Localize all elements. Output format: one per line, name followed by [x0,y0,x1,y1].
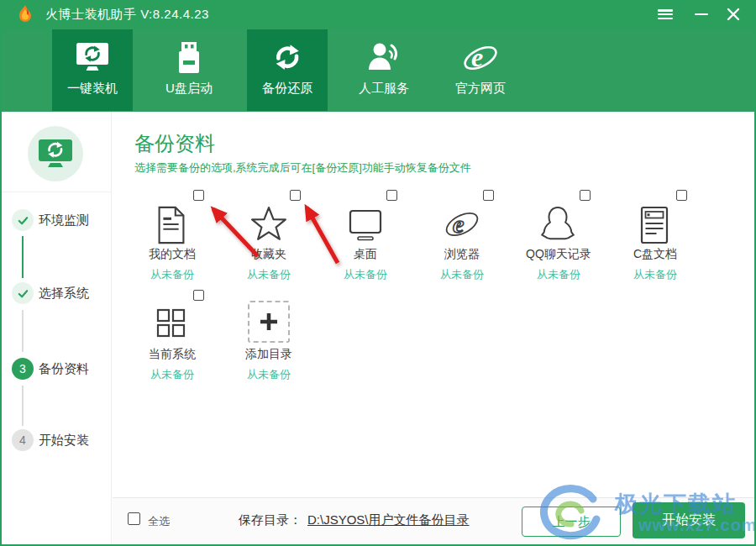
select-all-checkbox[interactable] [128,512,140,525]
item-label: 当前系统 [126,347,218,362]
item-label: 我的文档 [126,247,218,262]
item-checkbox[interactable] [580,190,591,201]
page-title: 备份资料 [134,130,215,157]
item-checkbox[interactable] [290,190,301,201]
step-connector [22,236,24,278]
previous-step-button[interactable]: 上一步 [522,507,621,537]
tab-label: 官方网页 [440,81,521,97]
footer-bar: 全选 保存目录： D:\JSYOS\用户文件备份目录 上一步 开始安装 [113,497,756,544]
step-connector [22,310,24,352]
qq-penguin-icon [539,205,578,244]
step-label: 选择系统 [39,286,89,302]
backup-item-desktop[interactable]: 桌面 从未备份 [326,186,410,281]
svg-text:e: e [453,210,464,238]
monitor-sync-icon [73,39,112,77]
sidebar: 环境监测 选择系统 3 备份资料 4 开始安装 [0,112,112,546]
step-backup-data: 3 备份资料 [0,358,112,380]
step-env-check: 环境监测 [0,209,112,231]
flame-logo-icon [15,4,35,24]
tab-label: 人工服务 [344,81,424,97]
step-label: 备份资料 [39,361,89,377]
item-label: 桌面 [319,247,412,262]
item-label: C盘文档 [609,247,701,262]
tab-support[interactable]: 人工服务 [344,29,424,111]
menu-icon[interactable] [654,6,676,23]
save-dir-path-link[interactable]: D:\JSYOS\用户文件备份目录 [307,512,470,528]
ie-outline-icon: e [443,205,481,244]
step-select-system: 选择系统 [0,282,112,304]
window-title: 火博士装机助手 V:8.24.4.23 [45,7,209,23]
item-status: 从未备份 [609,267,701,282]
close-icon[interactable] [722,6,744,23]
item-status: 从未备份 [223,367,315,382]
usb-drive-icon [170,39,208,77]
backup-item-favorites[interactable]: 收藏夹 从未备份 [229,186,313,281]
backup-item-add-directory[interactable]: 添加目录 从未备份 [229,286,313,381]
add-directory-icon[interactable] [248,301,290,343]
item-checkbox[interactable] [193,290,204,301]
tab-label: 备份还原 [247,81,328,97]
start-install-button[interactable]: 开始安装 [633,502,745,538]
item-label: 浏览器 [416,247,508,262]
item-label: 添加目录 [223,347,315,362]
main-content: 备份资料 选择需要备份的选项,系统完成后可在[备份还原]功能手动恢复备份文件 我… [113,112,756,546]
select-all-label: 全选 [148,514,170,529]
document-icon [153,205,192,244]
sync-arrows-icon [268,39,307,77]
star-icon [249,205,288,244]
check-icon [12,209,34,231]
desktop-icon [346,205,385,244]
c-drive-doc-icon [636,205,675,244]
tab-usb-boot[interactable]: U盘启动 [149,29,229,111]
item-label: 收藏夹 [223,247,315,262]
item-checkbox[interactable] [676,190,687,201]
item-checkbox[interactable] [386,190,397,201]
item-status: 从未备份 [512,267,605,282]
app-window: 火博士装机助手 V:8.24.4.23 一键装 [0,0,756,546]
step-connector [22,386,24,426]
monitor-sync-badge [28,126,83,181]
backup-item-current-system[interactable]: 当前系统 从未备份 [133,286,217,381]
backup-item-c-drive-docs[interactable]: C盘文档 从未备份 [616,186,700,281]
tab-onekey-install[interactable]: 一键装机 [52,29,133,111]
step-number: 4 [12,429,34,451]
minimize-icon[interactable] [690,6,712,23]
item-status: 从未备份 [319,267,412,282]
current-system-icon [153,305,192,344]
item-checkbox[interactable] [193,190,204,201]
item-status: 从未备份 [223,267,315,282]
item-status: 从未备份 [126,367,218,382]
check-icon [12,282,34,304]
step-number: 3 [12,358,34,380]
backup-item-qq-history[interactable]: QQ聊天记录 从未备份 [519,186,603,281]
step-start-install: 4 开始安装 [0,429,112,451]
item-checkbox[interactable] [483,190,494,201]
tab-label: U盘启动 [149,81,229,97]
step-label: 开始安装 [39,433,89,449]
item-status: 从未备份 [126,267,218,282]
tab-official-site[interactable]: e 官方网页 [440,29,521,111]
divider [0,192,111,192]
page-subtitle: 选择需要备份的选项,系统完成后可在[备份还原]功能手动恢复备份文件 [134,160,471,176]
backup-item-my-documents[interactable]: 我的文档 从未备份 [133,186,217,281]
tab-backup-restore[interactable]: 备份还原 [247,29,328,111]
ie-browser-icon: e [461,39,500,77]
backup-item-browser[interactable]: e 浏览器 从未备份 [423,186,507,281]
item-label: QQ聊天记录 [512,247,605,262]
svg-text:e: e [471,42,483,72]
support-person-icon [365,39,403,77]
save-dir-label: 保存目录： [239,512,302,528]
nav-bar: 一键装机 U盘启动 [0,29,756,112]
step-label: 环境监测 [39,213,89,228]
title-bar: 火博士装机助手 V:8.24.4.23 [0,0,756,29]
tab-label: 一键装机 [52,81,133,97]
item-status: 从未备份 [416,267,508,282]
